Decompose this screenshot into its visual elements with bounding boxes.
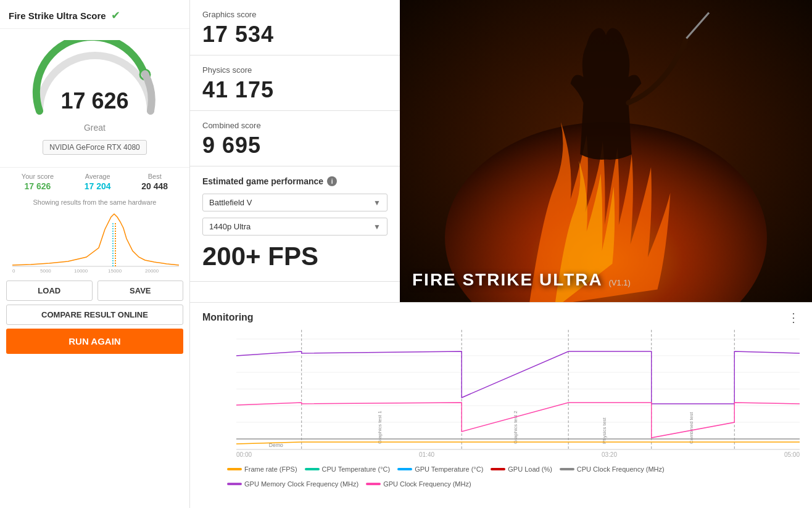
svg-text:Physics test: Physics test [602, 417, 607, 444]
chart-area: 7000 6000 5000 4000 3000 2000 1000 0 [190, 330, 812, 461]
load-button[interactable]: LOAD [6, 281, 93, 301]
x-label-0: 00:00 [236, 451, 252, 458]
resolution-dropdown[interactable]: 1440p Ultra ▼ [202, 218, 387, 236]
graphics-score-label: Graphics score [202, 10, 387, 19]
best-score-label: Best [148, 173, 162, 180]
gpu-label: NVIDIA GeForce RTX 4080 [43, 140, 147, 155]
resolution-dropdown-arrow: ▼ [373, 223, 381, 231]
x-label-3: 05:00 [784, 451, 800, 458]
histogram-svg: 0 5000 10000 15000 20000 [6, 211, 183, 272]
histogram-area: 0 5000 10000 15000 20000 [0, 208, 189, 274]
game-dropdown-text: Battlefield V [209, 198, 373, 207]
combined-score-value: 9 695 [202, 133, 387, 158]
gauge-label: Great [84, 123, 106, 133]
hero-version: (V1.1) [608, 278, 630, 287]
resolution-dropdown-text: 1440p Ultra [209, 222, 373, 231]
load-save-row: LOAD SAVE [0, 274, 189, 305]
game-perf-title: Estimated game performance i [202, 176, 387, 186]
svg-text:20000: 20000 [145, 268, 159, 274]
your-score-col: Your score 17 626 [22, 173, 54, 191]
svg-text:15000: 15000 [108, 268, 122, 274]
legend-dot-cpu-clock [560, 468, 574, 470]
title-bar: Fire Strike Ultra Score ✔ [0, 0, 189, 29]
legend-gpu-mem-clock: GPU Memory Clock Frequency (MHz) [227, 480, 358, 488]
legend-dot-cpu-temp [305, 468, 320, 470]
monitoring-title: Monitoring [202, 312, 254, 323]
legend-gpu-load: GPU Load (%) [491, 465, 552, 473]
game-perf-card: Estimated game performance i Battlefield… [190, 166, 400, 282]
chart-legend: Frame rate (FPS) CPU Temperature (°C) GP… [190, 461, 812, 490]
app-title: Fire Strike Ultra Score [9, 10, 106, 21]
legend-dot-gpu-load [491, 468, 505, 470]
legend-dot-gpu-temp [397, 468, 412, 470]
combined-score-card: Combined score 9 695 [190, 111, 400, 166]
your-score-label: Your score [22, 173, 54, 180]
physics-score-card: Physics score 41 175 [190, 55, 400, 111]
average-score-value: 17 204 [85, 181, 111, 191]
fps-value: 200+ FPS [202, 242, 387, 271]
gauge-area: 17 626 Great NVIDIA GeForce RTX 4080 [0, 29, 189, 167]
hero-svg [400, 0, 812, 302]
physics-score-value: 41 175 [202, 77, 387, 103]
legend-cpu-clock: CPU Clock Frequency (MHz) [560, 465, 665, 473]
monitoring-section: Monitoring ⋮ 7000 6000 5000 4000 3000 20… [190, 302, 812, 508]
x-label-2: 03:20 [602, 451, 617, 458]
legend-dot-frame-rate [227, 468, 242, 470]
graphics-score-card: Graphics score 17 534 [190, 0, 400, 55]
legend-gpu-clock: GPU Clock Frequency (MHz) [366, 480, 471, 488]
monitoring-header: Monitoring ⋮ [190, 303, 812, 330]
average-score-label: Average [85, 173, 110, 180]
chart-container: 7000 6000 5000 4000 3000 2000 1000 0 [236, 330, 800, 450]
game-dropdown[interactable]: Battlefield V ▼ [202, 194, 387, 211]
combined-score-label: Combined score [202, 121, 387, 130]
hero-title: FIRE STRIKE ULTRA [412, 270, 603, 289]
x-label-1: 01:40 [419, 451, 434, 458]
svg-text:5000: 5000 [40, 268, 51, 274]
best-score-col: Best 20 448 [141, 173, 168, 191]
average-score-col: Average 17 204 [85, 173, 111, 191]
hero-image: FIRE STRIKE ULTRA (V1.1) [400, 0, 812, 302]
showing-text: Showing results from the same hardware [0, 196, 189, 208]
legend-gpu-temp: GPU Temperature (°C) [397, 465, 483, 473]
your-score-value: 17 626 [25, 181, 51, 191]
info-icon[interactable]: i [327, 176, 337, 186]
game-dropdown-arrow: ▼ [373, 199, 381, 207]
compare-button[interactable]: COMPARE RESULT ONLINE [6, 305, 183, 325]
monitoring-menu-icon[interactable]: ⋮ [787, 310, 800, 325]
svg-text:10000: 10000 [74, 268, 88, 274]
x-axis-labels: 00:00 01:40 03:20 05:00 [202, 450, 800, 461]
legend-dot-gpu-mem-clock [227, 483, 242, 485]
gauge-score: 17 626 [60, 88, 128, 114]
verified-icon: ✔ [111, 9, 120, 22]
svg-text:0: 0 [12, 268, 15, 274]
save-button[interactable]: SAVE [97, 281, 184, 301]
graphics-score-value: 17 534 [202, 22, 387, 47]
scores-comparison: Your score 17 626 Average 17 204 Best 20… [0, 167, 189, 196]
gauge-wrapper: 17 626 [27, 40, 163, 120]
physics-score-label: Physics score [202, 65, 387, 75]
run-again-button[interactable]: RUN AGAIN [6, 329, 183, 354]
hero-title-block: FIRE STRIKE ULTRA (V1.1) [412, 270, 631, 290]
legend-frame-rate: Frame rate (FPS) [227, 465, 297, 473]
scores-column: Graphics score 17 534 Physics score 41 1… [190, 0, 400, 302]
legend-cpu-temp: CPU Temperature (°C) [305, 465, 391, 473]
monitoring-chart: 7000 6000 5000 4000 3000 2000 1000 0 [236, 330, 800, 450]
best-score-value: 20 448 [141, 181, 168, 191]
legend-dot-gpu-clock [366, 483, 381, 485]
